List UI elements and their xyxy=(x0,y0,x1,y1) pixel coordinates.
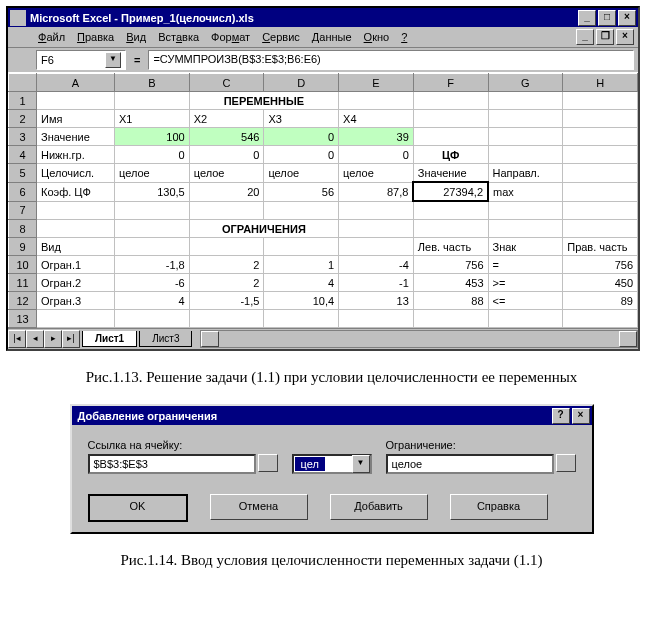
row-header[interactable]: 1 xyxy=(9,92,37,110)
menu-insert[interactable]: Вставка xyxy=(152,29,205,45)
help-button[interactable]: ? xyxy=(552,408,570,424)
col-header[interactable]: G xyxy=(488,74,563,92)
mdi-close-button[interactable]: × xyxy=(616,29,634,45)
cell[interactable]: -6 xyxy=(115,274,190,292)
cell[interactable]: Коэф. ЦФ xyxy=(37,182,115,201)
cell[interactable]: целое xyxy=(264,164,339,183)
cell[interactable]: 2 xyxy=(189,256,264,274)
cell[interactable]: 4 xyxy=(115,292,190,310)
tab-nav-last-icon[interactable]: ▸| xyxy=(62,330,80,348)
cell[interactable]: ЦФ xyxy=(413,146,488,164)
menu-view[interactable]: Вид xyxy=(120,29,152,45)
row-header[interactable]: 7 xyxy=(9,201,37,220)
corner-cell[interactable] xyxy=(9,74,37,92)
row-header[interactable]: 3 xyxy=(9,128,37,146)
row-header[interactable]: 9 xyxy=(9,238,37,256)
cell[interactable]: Прав. часть xyxy=(563,238,638,256)
cell-ref-input[interactable]: $B$3:$E$3 xyxy=(88,454,256,474)
menu-help[interactable]: ? xyxy=(395,29,413,45)
cell[interactable]: Огран.2 xyxy=(37,274,115,292)
col-header[interactable]: E xyxy=(339,74,414,92)
cell[interactable]: 546 xyxy=(189,128,264,146)
menu-edit[interactable]: Правка xyxy=(71,29,120,45)
horizontal-scrollbar[interactable] xyxy=(200,330,638,348)
titlebar[interactable]: Microsoft Excel - Пример_1(целочисл).xls… xyxy=(8,8,638,27)
cell[interactable]: X1 xyxy=(115,110,190,128)
col-header[interactable]: D xyxy=(264,74,339,92)
active-cell[interactable]: 27394,2 xyxy=(413,182,488,201)
sheet-tab[interactable]: Лист3 xyxy=(139,331,192,347)
cell[interactable]: -1,5 xyxy=(189,292,264,310)
cell[interactable]: Значение xyxy=(413,164,488,183)
row-header[interactable]: 12 xyxy=(9,292,37,310)
cell[interactable]: max xyxy=(488,182,563,201)
cell[interactable]: 0 xyxy=(115,146,190,164)
cell[interactable]: 39 xyxy=(339,128,414,146)
cell[interactable]: -4 xyxy=(339,256,414,274)
row-header[interactable]: 13 xyxy=(9,310,37,328)
cell[interactable]: 100 xyxy=(115,128,190,146)
cell[interactable]: целое xyxy=(115,164,190,183)
cell[interactable]: 56 xyxy=(264,182,339,201)
cell[interactable]: 4 xyxy=(264,274,339,292)
scroll-left-icon[interactable] xyxy=(201,331,219,347)
cell[interactable]: целое xyxy=(339,164,414,183)
cell[interactable]: X2 xyxy=(189,110,264,128)
cell[interactable]: 89 xyxy=(563,292,638,310)
cell[interactable]: -1,8 xyxy=(115,256,190,274)
cell[interactable]: 87,8 xyxy=(339,182,414,201)
cell[interactable]: 453 xyxy=(413,274,488,292)
mdi-restore-button[interactable]: ❐ xyxy=(596,29,614,45)
dropdown-icon[interactable]: ▼ xyxy=(352,455,370,473)
cell[interactable]: целое xyxy=(189,164,264,183)
cell[interactable]: Значение xyxy=(37,128,115,146)
add-button[interactable]: Добавить xyxy=(330,494,428,520)
sheet-tab-active[interactable]: Лист1 xyxy=(82,331,137,347)
cell[interactable]: Лев. часть xyxy=(413,238,488,256)
collapse-dialog-icon[interactable] xyxy=(556,454,576,472)
dialog-close-button[interactable]: × xyxy=(572,408,590,424)
cell[interactable]: 0 xyxy=(264,146,339,164)
cell[interactable]: 756 xyxy=(413,256,488,274)
doc-icon[interactable] xyxy=(12,29,28,45)
cell[interactable]: Направл. xyxy=(488,164,563,183)
name-box[interactable]: F6 ▼ xyxy=(36,50,126,70)
cell[interactable]: >= xyxy=(488,274,563,292)
cell[interactable]: 88 xyxy=(413,292,488,310)
cell[interactable]: 0 xyxy=(264,128,339,146)
cancel-button[interactable]: Отмена xyxy=(210,494,308,520)
help-button[interactable]: Справка xyxy=(450,494,548,520)
menu-service[interactable]: Сервис xyxy=(256,29,306,45)
cell[interactable]: 1 xyxy=(264,256,339,274)
menu-window[interactable]: Окно xyxy=(358,29,396,45)
row-header[interactable]: 2 xyxy=(9,110,37,128)
cell[interactable]: Вид xyxy=(37,238,115,256)
menu-data[interactable]: Данные xyxy=(306,29,358,45)
cell[interactable]: Огран.1 xyxy=(37,256,115,274)
tab-nav-first-icon[interactable]: |◂ xyxy=(8,330,26,348)
scroll-right-icon[interactable] xyxy=(619,331,637,347)
close-button[interactable]: × xyxy=(618,10,636,26)
cell[interactable]: 20 xyxy=(189,182,264,201)
cell[interactable]: 0 xyxy=(339,146,414,164)
cell[interactable]: Нижн.гр. xyxy=(37,146,115,164)
menu-file[interactable]: Файл xyxy=(32,29,71,45)
operator-combobox[interactable]: цел ▼ xyxy=(292,454,372,474)
col-header[interactable]: B xyxy=(115,74,190,92)
cell[interactable]: 13 xyxy=(339,292,414,310)
constraint-input[interactable]: целое xyxy=(386,454,554,474)
cell[interactable]: Целочисл. xyxy=(37,164,115,183)
ok-button[interactable]: OK xyxy=(88,494,188,522)
col-header[interactable]: F xyxy=(413,74,488,92)
col-header[interactable]: H xyxy=(563,74,638,92)
tab-nav-prev-icon[interactable]: ◂ xyxy=(26,330,44,348)
row-header[interactable]: 6 xyxy=(9,182,37,201)
cell[interactable]: <= xyxy=(488,292,563,310)
cell[interactable]: Имя xyxy=(37,110,115,128)
cell[interactable]: -1 xyxy=(339,274,414,292)
formula-input[interactable]: =СУММПРОИЗВ(B$3:E$3;B6:E6) xyxy=(148,50,634,70)
namebox-dropdown-icon[interactable]: ▼ xyxy=(105,52,121,68)
row-header[interactable]: 8 xyxy=(9,220,37,238)
row-header[interactable]: 5 xyxy=(9,164,37,183)
cell[interactable]: 756 xyxy=(563,256,638,274)
